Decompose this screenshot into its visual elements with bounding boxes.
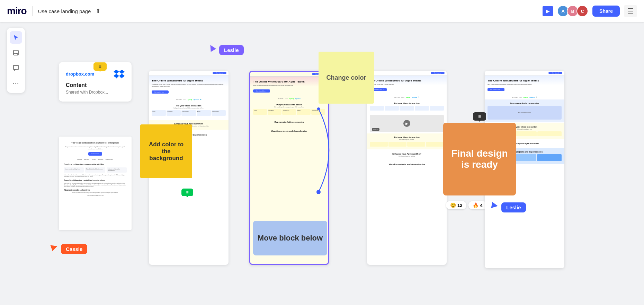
mini-document: The visual collaboration platform for en… bbox=[59, 137, 132, 230]
frame4-title: The Online Whiteboard for Agile Teams bbox=[488, 79, 562, 82]
sticky-add-color[interactable]: Add color to the background bbox=[140, 124, 192, 178]
topbar-right: ▶ A B C Share ☰ bbox=[543, 5, 637, 17]
dropbox-content-label: Content bbox=[66, 82, 125, 88]
upload-icon[interactable]: ⬆ bbox=[96, 7, 101, 15]
fire-reaction[interactable]: 🔥 4 bbox=[468, 201, 486, 209]
left-toolbar: ··· bbox=[7, 28, 25, 93]
cursor-tool[interactable] bbox=[10, 31, 22, 44]
frame3-section-ideas2: Put your ideas into action bbox=[370, 136, 444, 138]
comment-bubble-yellow-top: ≡ bbox=[93, 62, 107, 71]
miro-logo: miro bbox=[7, 6, 27, 17]
topbar: miro Use case landing page ⬆ ▶ A B C Sha… bbox=[0, 0, 644, 22]
emoji-reaction[interactable]: 😊 12 bbox=[446, 201, 466, 209]
leslie-label-top: Leslie bbox=[219, 45, 244, 55]
frame1-title: The Online Whiteboard for Agile Teams bbox=[152, 79, 226, 82]
cursor-leslie-right: Leslie bbox=[492, 202, 526, 212]
frame2-section-ideas: Put your ideas into action bbox=[253, 104, 325, 106]
flag-icon[interactable]: ▶ bbox=[543, 6, 553, 16]
share-button[interactable]: Share bbox=[592, 6, 620, 17]
sticky-final-design[interactable]: ≡ Final design is ready bbox=[443, 123, 516, 195]
cursor-cassie: Cassie bbox=[51, 244, 87, 254]
avatar-3: C bbox=[576, 5, 588, 17]
dropbox-sublabel: Shared with Dropbox... bbox=[66, 90, 125, 95]
frame3-section-ideas: Put your ideas into action bbox=[370, 102, 444, 104]
frame2-section-remote: Run remote Agile ceremonies bbox=[253, 121, 325, 123]
frame2-title: The Online Whiteboard for Agile Teams bbox=[253, 80, 325, 84]
frame3-title: The Online Whiteboard for Agile Teams bbox=[370, 79, 444, 82]
frame2-section-visualize: Visualize projects and dependencies bbox=[253, 130, 325, 132]
comment-tool[interactable] bbox=[10, 62, 22, 74]
dropbox-url: dropbox.com bbox=[66, 71, 94, 77]
frame-3[interactable]: Get started The Online Whiteboard for Ag… bbox=[367, 71, 447, 265]
reaction-bar: 😊 12 🔥 4 bbox=[446, 201, 487, 209]
sticky-change-color[interactable]: Change color bbox=[319, 52, 374, 104]
comment-bubble-green: ≡ bbox=[181, 189, 193, 196]
sticky-note-tool[interactable] bbox=[10, 46, 22, 59]
frame-2[interactable]: Get started The Online Whiteboard for Ag… bbox=[249, 71, 329, 265]
frame4-section-remote: Run remote Agile ceremonies bbox=[488, 102, 562, 104]
more-tools[interactable]: ··· bbox=[10, 77, 22, 89]
frame1-section-ideas: Put your ideas into action bbox=[152, 105, 226, 107]
leslie-label-right: Leslie bbox=[501, 202, 526, 212]
topbar-divider bbox=[32, 6, 33, 16]
cassie-label: Cassie bbox=[61, 244, 87, 254]
board-title[interactable]: Use case landing page bbox=[38, 8, 91, 14]
menu-icon[interactable]: ☰ bbox=[624, 5, 637, 17]
move-block[interactable]: Move block below bbox=[253, 221, 327, 255]
frame3-section-visualize: Visualize projects and dependencies bbox=[370, 163, 444, 165]
cursor-leslie-top: Leslie bbox=[209, 46, 244, 55]
comment-bubble-dark: ≡ bbox=[473, 112, 486, 121]
avatar-group: A B C bbox=[557, 5, 588, 17]
frame3-section-enhance: Enhance your Agile workflow bbox=[370, 153, 444, 155]
canvas: dropbox.com Content Shared with Dropbox.… bbox=[0, 22, 644, 305]
